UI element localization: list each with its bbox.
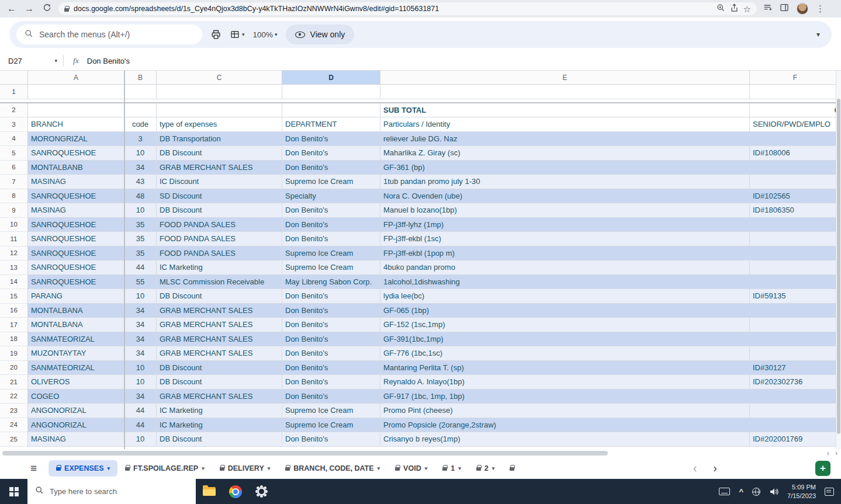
reading-list-icon[interactable]	[763, 3, 772, 15]
tray-expand-icon[interactable]: ^	[739, 487, 743, 496]
bookmark-star-icon[interactable]: ☆	[743, 5, 751, 13]
row-number[interactable]: 8	[0, 189, 28, 204]
sheet-tab-void[interactable]: VOID▾	[387, 460, 435, 477]
vertical-scrollbar-thumb[interactable]	[837, 99, 840, 434]
sheet-tab-ft-spoilage-rep[interactable]: FT.SPOILAGE.REP▾	[117, 460, 212, 477]
cell-B12[interactable]: 35	[124, 246, 157, 261]
cell-C15[interactable]: DB Discount	[157, 289, 282, 304]
cell-C7[interactable]: IC Discount	[157, 175, 282, 189]
sheet-tab-branch-code-date[interactable]: BRANCH, CODE, DATE▾	[278, 460, 387, 477]
row-number[interactable]: 23	[0, 404, 28, 418]
cell-C9[interactable]: DB Discount	[157, 203, 282, 218]
cell-D5[interactable]: Don Benito's	[282, 146, 380, 161]
cell-B8[interactable]: 48	[124, 189, 157, 204]
chrome-button[interactable]	[222, 479, 248, 504]
name-box[interactable]: D27 ▾	[0, 57, 63, 65]
cell-E1[interactable]	[380, 85, 750, 99]
cell-A17[interactable]: MONTALBANA	[28, 318, 124, 332]
cell-D13[interactable]: Supremo Ice Cream	[282, 260, 380, 275]
cell-B25[interactable]: 10	[124, 432, 157, 447]
cell-E9[interactable]: Manuel b lozano(1bp)	[380, 203, 750, 218]
cell-A23[interactable]: ANGONORIZAL	[28, 404, 124, 418]
cell-B5[interactable]: 10	[124, 146, 157, 161]
cell-F14[interactable]	[750, 275, 841, 290]
cell-F4[interactable]	[750, 132, 841, 147]
cell-B9[interactable]: 10	[124, 203, 157, 218]
cell-B17[interactable]: 34	[124, 318, 157, 332]
cell-C18[interactable]: GRAB MERCHANT SALES	[157, 332, 282, 347]
cell-A3[interactable]: BRANCH	[28, 117, 124, 132]
cell-A7[interactable]: MASINAG	[28, 175, 124, 189]
cell-E7[interactable]: 1tub pandan promo july 1-30	[380, 175, 750, 189]
cell-A1[interactable]	[28, 85, 124, 99]
browser-menu-icon[interactable]: ⋮	[816, 4, 825, 14]
zoom-select[interactable]: 100% ▾	[253, 30, 278, 39]
cell-F21[interactable]: ID#202302736	[750, 375, 841, 390]
cell-F6[interactable]	[750, 161, 841, 175]
cell-E2[interactable]: SUB TOTAL	[380, 103, 750, 118]
cell-D8[interactable]: Specialty	[282, 189, 380, 204]
cell-E24[interactable]: Promo Popsicle (2orange,2straw)	[380, 418, 750, 433]
cell-D24[interactable]: Supremo Ice Cream	[282, 418, 380, 433]
all-sheets-menu-icon[interactable]: ≡	[30, 462, 37, 475]
cell-A24[interactable]: ANGONORIZAL	[28, 418, 124, 433]
cell-F16[interactable]	[750, 304, 841, 318]
cell-A19[interactable]: MUZONTAYTAY	[28, 346, 124, 361]
row-number[interactable]: 22	[0, 390, 28, 404]
cell-B18[interactable]: 34	[124, 332, 157, 347]
tabs-scroll-right-icon[interactable]: ›	[713, 461, 717, 475]
cell-E15[interactable]: lydia lee(bc)	[380, 289, 750, 304]
cell-A6[interactable]: MONTALBANB	[28, 161, 124, 175]
cell-E10[interactable]: FP-j3ff-lyhz (1mp)	[380, 218, 750, 232]
cell-F10[interactable]	[750, 218, 841, 232]
cell-F18[interactable]	[750, 332, 841, 347]
cell-B23[interactable]: 44	[124, 404, 157, 418]
taskbar-search-box[interactable]	[27, 479, 196, 504]
horizontal-scrollbar[interactable]: ‹ ›	[0, 449, 841, 457]
cell-A5[interactable]: SANROQUESHOE	[28, 146, 124, 161]
column-header-e[interactable]: E	[380, 71, 750, 85]
row-number[interactable]: 17	[0, 318, 28, 332]
cell-B10[interactable]: 35	[124, 218, 157, 232]
view-only-button[interactable]: View only	[286, 25, 355, 44]
column-header-a[interactable]: A	[28, 71, 124, 85]
start-button[interactable]	[0, 479, 27, 504]
cell-A11[interactable]: SANROQUESHOE	[28, 232, 124, 246]
cell-A2[interactable]	[28, 103, 124, 118]
cell-B4[interactable]: 3	[124, 132, 157, 147]
cell-F25[interactable]: ID#202001769	[750, 432, 841, 447]
cell-C6[interactable]: GRAB MERCHANT SALES	[157, 161, 282, 175]
cell-F12[interactable]	[750, 246, 841, 261]
cell-E20[interactable]: Mantaring Perlita T. (sp)	[380, 361, 750, 376]
clock[interactable]: 5:09 PM 7/15/2023	[787, 483, 816, 500]
cell-E23[interactable]: Promo Pint (cheese)	[380, 404, 750, 418]
row-number[interactable]: 4	[0, 132, 28, 147]
cell-F19[interactable]	[750, 346, 841, 361]
zoom-icon[interactable]	[717, 4, 725, 15]
cell-C23[interactable]: IC Marketing	[157, 404, 282, 418]
row-number[interactable]: 3	[0, 117, 28, 132]
cell-D23[interactable]: Supremo Ice Cream	[282, 404, 380, 418]
cell-C5[interactable]: DB Discount	[157, 146, 282, 161]
side-panel-icon[interactable]	[780, 3, 789, 15]
cell-B19[interactable]: 34	[124, 346, 157, 361]
row-number[interactable]: 15	[0, 289, 28, 304]
row-number[interactable]: 9	[0, 203, 28, 218]
cell-B6[interactable]: 34	[124, 161, 157, 175]
cell-D12[interactable]: Supremo Ice Cream	[282, 246, 380, 261]
cell-B2[interactable]	[124, 103, 157, 118]
row-number[interactable]: 11	[0, 232, 28, 246]
cell-F5[interactable]: ID#108006	[750, 146, 841, 161]
sheet-tab-partial[interactable]	[502, 460, 515, 477]
cell-C21[interactable]: DB Discount	[157, 375, 282, 390]
cell-B1[interactable]	[124, 85, 157, 99]
cell-D10[interactable]: Don Benito's	[282, 218, 380, 232]
row-number[interactable]: 1	[0, 85, 28, 99]
cell-C10[interactable]: FOOD PANDA SALES	[157, 218, 282, 232]
cell-E4[interactable]: reliever Julie DG. Naz	[380, 132, 750, 147]
row-number[interactable]: 13	[0, 260, 28, 275]
cell-D11[interactable]: Don Benito's	[282, 232, 380, 246]
cell-C12[interactable]: FOOD PANDA SALES	[157, 246, 282, 261]
cell-C4[interactable]: DB Transportation	[157, 132, 282, 147]
sheet-tab-delivery[interactable]: DELIVERY▾	[212, 460, 278, 477]
